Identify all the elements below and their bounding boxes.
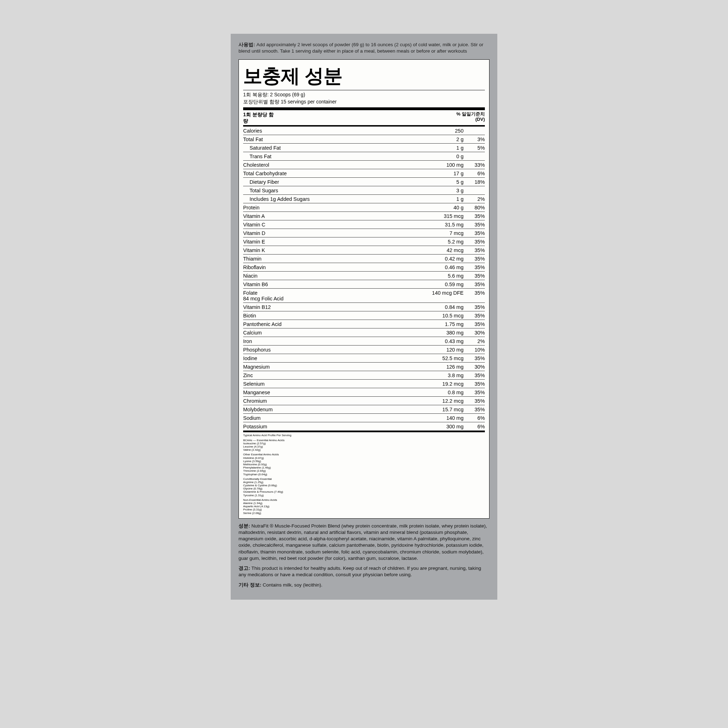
warning-text: This product is intended for healthy adu… — [239, 566, 481, 577]
servings-per-value: 15 servings per container — [281, 99, 336, 104]
nutrient-name: Includes 1g Added Sugars — [243, 196, 421, 202]
nutrient-amount: 120 mg — [421, 347, 463, 353]
nutrient-dv: 18% — [463, 179, 485, 185]
nutrient-dv: 35% — [463, 248, 485, 253]
nutrient-dv: 35% — [463, 390, 485, 395]
nutrient-name: Manganese — [243, 390, 421, 395]
nutrient-amount: 0.8 mg — [421, 390, 463, 395]
other-info-text: Contains milk, soy (lecithin). — [261, 582, 323, 587]
nutrient-dv: 35% — [463, 304, 485, 310]
nutrient-name: Selenium — [243, 381, 421, 387]
nutrient-amount: 3 g — [421, 188, 463, 193]
nutrient-name: Protein — [243, 205, 421, 210]
footer-info: 성분: NutraFit ® Muscle-Focused Protein Bl… — [239, 523, 489, 588]
nutrient-name: Vitamin C — [243, 222, 421, 228]
nutrient-amount: 380 mg — [421, 330, 463, 336]
nutrient-row: Total Fat2 g3% — [243, 135, 485, 144]
nutrient-name: Calcium — [243, 330, 421, 336]
nutrient-dv: 2% — [463, 196, 485, 202]
nutrient-name: Phosphorus — [243, 347, 421, 353]
nutrient-row: Total Sugars3 g — [243, 186, 485, 195]
nutrient-amount: 5 g — [421, 179, 463, 185]
amino-item: Valine (2.42g) — [243, 448, 485, 451]
nutrient-row: Total Carbohydrate17 g6% — [243, 169, 485, 178]
nutrient-row: Molybdenum15.7 mcg35% — [243, 405, 485, 414]
nutrient-amount: 0.84 mg — [421, 304, 463, 310]
nutrient-row: Zinc3.8 mg35% — [243, 371, 485, 380]
nutrient-name: Iron — [243, 338, 421, 344]
nutrient-row: Vitamin B120.84 mg35% — [243, 303, 485, 311]
nutrient-name: Potassium — [243, 424, 421, 430]
nutrient-name: Trans Fat — [243, 154, 421, 159]
usage-label: 사용법: — [239, 42, 255, 47]
nutrient-name: Cholesterol — [243, 162, 421, 168]
nutrient-row: Trans Fat0 g — [243, 152, 485, 161]
nutrient-dv: 35% — [463, 256, 485, 262]
nutrient-dv: 6% — [463, 424, 485, 430]
nutrient-dv: 35% — [463, 213, 485, 219]
nutrient-dv: 35% — [463, 281, 485, 287]
amino-item: Glycine (0.78g) — [243, 487, 485, 490]
nutrient-row: Pantothenic Acid1.75 mg35% — [243, 320, 485, 329]
nutrient-dv: 35% — [463, 273, 485, 279]
nutrient-row: Vitamin D7 mcg35% — [243, 229, 485, 237]
nutrient-name: Pantothenic Acid — [243, 321, 421, 327]
nutrient-dv: 30% — [463, 330, 485, 336]
nutrient-row: Biotin10.5 mcg35% — [243, 311, 485, 320]
nutrient-dv: 35% — [463, 313, 485, 318]
warning-label: 경고: — [239, 566, 250, 571]
nutrient-amount: 250 — [421, 128, 463, 134]
nutrient-name: Biotin — [243, 313, 421, 318]
nutrient-row: Vitamin K42 mcg35% — [243, 246, 485, 254]
nutrient-dv: 35% — [463, 398, 485, 404]
nutrient-row: Magnesium126 mg30% — [243, 362, 485, 371]
nutrient-name: Total Fat — [243, 136, 421, 142]
nutrient-amount: 10.5 mcg — [421, 313, 463, 318]
nutrient-amount: 7 mcg — [421, 230, 463, 236]
amino-group-title: Non-Essential Amino Acids — [243, 499, 485, 502]
nutrient-amount: 2 g — [421, 136, 463, 142]
nutrient-rows: Calories250Total Fat2 g3%Saturated Fat1 … — [243, 127, 485, 431]
amino-profile: Typical Amino Acid Profile Per ServingBC… — [243, 432, 485, 515]
nutrient-row: Phosphorus120 mg10% — [243, 346, 485, 354]
nutrient-row: Vitamin C31.5 mg35% — [243, 220, 485, 229]
nutrient-row: Calcium380 mg30% — [243, 329, 485, 337]
nutrient-name: Zinc — [243, 373, 421, 378]
nutrient-name: Iodine — [243, 355, 421, 361]
usage-paragraph: 사용법: Add approximately 2 level scoops of… — [239, 41, 489, 54]
nutrient-name: Calories — [243, 128, 421, 134]
nutrient-row: Selenium19.2 mcg35% — [243, 380, 485, 388]
supplement-facts-box: 보충제 성분 1회 복용량: 2 Scoops (69 g) 포장단위별 함량 … — [239, 60, 489, 518]
nutrient-name: Riboflavin — [243, 265, 421, 270]
nutrient-dv: 35% — [463, 222, 485, 228]
nutrient-row: Calories250 — [243, 127, 485, 135]
nutrient-dv: 35% — [463, 230, 485, 236]
nutrient-name: Sodium — [243, 415, 421, 421]
serving-size-line: 1회 복용량: 2 Scoops (69 g) — [243, 92, 485, 98]
nutrient-dv: 6% — [463, 171, 485, 176]
nutrient-amount: 315 mcg — [421, 213, 463, 219]
nutrient-name: Vitamin E — [243, 239, 421, 245]
nutrient-amount: 1 g — [421, 196, 463, 202]
nutrient-row: Chromium12.2 mcg35% — [243, 397, 485, 405]
nutrient-name: Thiamin — [243, 256, 421, 262]
servings-per-line: 포장단위별 함량 15 servings per container — [243, 99, 485, 105]
nutrient-amount: 19.2 mcg — [421, 381, 463, 387]
nutrient-dv: 35% — [463, 321, 485, 327]
amino-item: Phenylalanine (1.46g) — [243, 466, 485, 469]
nutrient-amount: 3.8 mg — [421, 373, 463, 378]
ingredients-paragraph: 성분: NutraFit ® Muscle-Focused Protein Bl… — [239, 523, 489, 562]
nutrient-amount: 12.2 mcg — [421, 398, 463, 404]
col-right: % 일일기준치 (DV) — [453, 112, 485, 122]
nutrient-amount: 52.5 mcg — [421, 355, 463, 361]
nutrient-amount: 0 g — [421, 154, 463, 159]
nutrient-amount: 0.42 mg — [421, 256, 463, 262]
nutrient-dv: 35% — [463, 265, 485, 270]
amino-group: Non-Essential Amino AcidsAlanine (1.94g)… — [243, 499, 485, 515]
amino-item: Threonine (2.84g) — [243, 469, 485, 473]
nutrient-dv: 35% — [463, 290, 485, 296]
column-header-row: 1회 분량당 함량 % 일일기준치 (DV) — [243, 110, 485, 127]
other-info-paragraph: 기타 정보: Contains milk, soy (lecithin). — [239, 582, 489, 588]
nutrient-row: Includes 1g Added Sugars1 g2% — [243, 195, 485, 203]
nutrient-dv: 10% — [463, 347, 485, 353]
